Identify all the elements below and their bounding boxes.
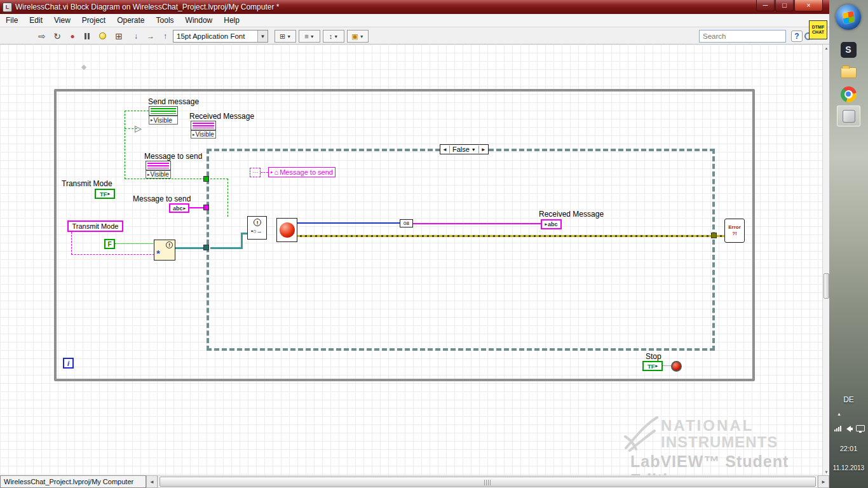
pause-button[interactable] [80,29,94,43]
horizontal-scroll-thumb[interactable] [159,477,816,487]
menu-project[interactable]: Project [76,15,111,26]
visible-property-label: Visible [154,117,172,124]
network-signal-icon[interactable] [834,426,841,431]
menu-window[interactable]: Window [180,15,219,26]
vi-icon-line2: CHAT [812,30,824,35]
wire-junction-dot [81,65,86,70]
language-indicator[interactable]: DE [829,395,868,404]
case-structure[interactable] [207,149,715,351]
wire-reference [210,247,242,249]
case-prev-arrow-icon[interactable]: ◄ [440,147,449,152]
block-diagram-canvas[interactable]: NATIONAL INSTRUMENTS LabVIEW™ Student Ed… [0,44,822,475]
stop-terminal[interactable]: TF ▸ [642,361,663,371]
highlight-execution-icon[interactable] [95,29,109,43]
message-to-send-label: Message to send [144,152,202,161]
tunnel-boolean [203,176,209,182]
scroll-left-icon[interactable]: ◄ [146,475,158,488]
app-s-icon: S [841,42,857,58]
search-input[interactable] [700,32,804,40]
terminal-arrow-icon: ▸ [184,206,186,211]
start-button[interactable] [836,4,861,30]
resize-objects-dropdown[interactable]: ↕▼ [323,30,344,43]
menu-view[interactable]: View [48,15,76,26]
transmit-mode-local-variable[interactable]: Transmit Mode [67,220,123,232]
wire-reference-string [261,172,268,173]
type-converter-node[interactable]: 08 [400,219,413,227]
network-monitor-icon[interactable] [856,425,865,431]
message-to-send-visible-property[interactable]: ▸ Visible [146,170,171,179]
received-message-terminal[interactable] [191,121,216,130]
font-selector[interactable]: 15pt Application Font ▼ [173,30,268,43]
align-objects-dropdown[interactable]: ⊞▼ [275,30,296,43]
one-button-dialog-node[interactable]: ! •○→ [247,216,267,240]
menu-edit[interactable]: Edit [24,15,48,26]
transceiver-node[interactable] [276,218,297,242]
string-reference-constant[interactable]: ⋯ [250,168,261,177]
stop-button-node[interactable] [671,361,682,372]
false-constant[interactable]: F [104,239,115,249]
labview-window: L WirelessChat.vi Block Diagram on Wirel… [0,0,829,488]
clock-time[interactable]: 22:01 [829,445,868,452]
wire-boolean [125,111,125,179]
case-next-arrow-icon[interactable]: ► [479,147,488,152]
send-message-terminal[interactable] [149,106,178,116]
vi-icon[interactable]: DTMF CHAT [809,20,827,39]
project-context-tab[interactable]: WirelessChat_Project.lvproj/My Computer [0,475,146,488]
bottombar: WirelessChat_Project.lvproj/My Computer … [0,475,829,488]
reorder-objects-dropdown[interactable]: ▣▼ [347,30,369,43]
red-sphere-icon [280,222,295,238]
boolean-function-node[interactable]: ▷ [135,123,142,133]
show-hidden-icons[interactable]: ▲ [837,412,841,416]
received-message-visible-property[interactable]: ▸ Visible [191,130,216,139]
close-button[interactable]: × [794,0,823,11]
case-selector[interactable]: ◄ False ▼ ► [440,144,489,154]
iteration-terminal[interactable]: i [63,358,74,369]
abort-button[interactable]: ● [65,29,79,43]
menu-operate[interactable]: Operate [111,15,150,26]
scroll-right-icon[interactable]: ► [818,475,829,488]
wire-reference [175,247,205,249]
clear-errors-node[interactable]: ! * [154,240,175,261]
message-to-send-ctl-terminal[interactable]: abc ▸ [169,203,189,213]
minimize-button[interactable]: ─ [756,0,775,11]
chevron-down-icon[interactable]: ▼ [257,30,268,42]
step-out-button[interactable]: ↑ [158,29,172,43]
distribute-objects-dropdown[interactable]: ≡▼ [299,30,320,43]
message-to-send-prop-terminal[interactable] [146,161,171,170]
abc-label: abc [173,205,183,212]
local-variable-label: Transmit Mode [72,222,119,230]
simple-error-handler-node[interactable]: Error ?! [724,219,745,243]
screen: L WirelessChat.vi Block Diagram on Wirel… [0,0,868,488]
clock-date[interactable]: 11.12.2013 [829,464,868,471]
wire-string-local [71,232,72,255]
message-to-send-property-ref[interactable]: ▸ ⌂ Message to send [268,167,336,177]
maximize-button[interactable]: □ [775,0,794,11]
step-over-button[interactable]: → [144,29,158,43]
wire-boolean [227,179,228,217]
menubar: File Edit View Project Operate Tools Win… [0,14,829,27]
transmit-mode-terminal[interactable]: TF ▸ [95,189,115,199]
wire-reference [241,233,243,249]
vertical-scrollbar[interactable]: ▲ ▼ [822,44,829,475]
received-message-ind-terminal[interactable]: ▸ abc [541,219,562,229]
volume-icon[interactable] [846,426,851,432]
step-into-button[interactable]: ↓ [129,29,143,43]
run-continuously-button[interactable]: ↻ [50,29,64,43]
menu-help[interactable]: Help [218,15,245,26]
case-dropdown-icon[interactable]: ▼ [471,147,476,152]
asterisk-icon: * [156,248,160,259]
search-box[interactable] [699,30,786,43]
menu-tools[interactable]: Tools [151,15,180,26]
context-help-button[interactable]: ? [791,30,803,42]
run-button[interactable]: ⇨ [35,29,49,43]
taskbar-active-app[interactable] [837,105,860,126]
horizontal-scrollbar[interactable] [158,475,818,488]
retain-wire-values-icon[interactable]: ⊞ [112,29,126,43]
taskbar-browser-icon[interactable] [839,85,857,103]
wire-string [412,223,541,224]
taskbar-explorer-icon[interactable] [839,64,857,81]
vertical-scroll-thumb[interactable] [824,273,829,299]
taskbar-app-icon-1[interactable]: S [839,41,857,58]
menu-file[interactable]: File [0,15,24,26]
send-message-visible-property[interactable]: ▸ Visible [149,116,178,125]
